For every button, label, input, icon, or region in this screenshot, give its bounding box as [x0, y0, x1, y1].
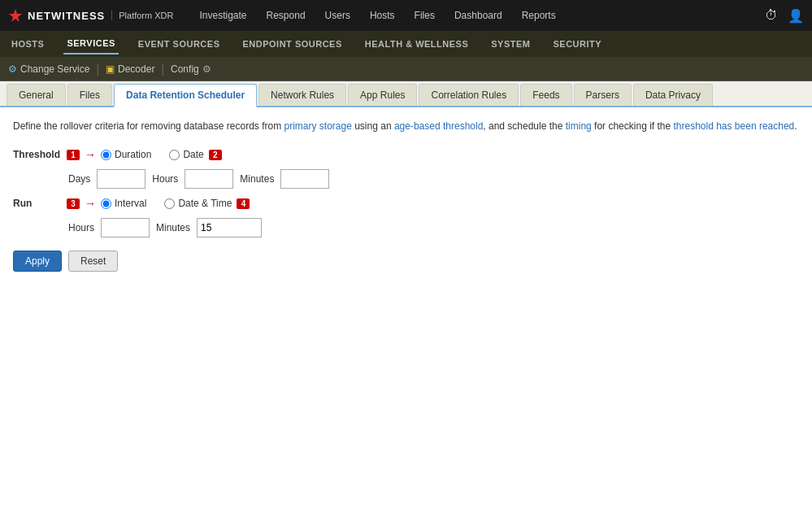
days-input[interactable]: [97, 169, 145, 189]
tab-app-rules[interactable]: App Rules: [348, 84, 417, 106]
threshold-arrow: →: [85, 148, 96, 161]
top-nav-icons: ⏱ 👤: [765, 8, 804, 24]
datetime-badge: 4: [237, 198, 250, 209]
svg-marker-0: [9, 9, 22, 22]
run-inputs-row: Hours Minutes: [68, 218, 799, 238]
hours-input[interactable]: [185, 169, 233, 189]
change-service-icon: ⚙: [8, 63, 17, 75]
datetime-radio[interactable]: [164, 198, 175, 209]
run-minutes-input[interactable]: [197, 218, 262, 238]
nav-users[interactable]: Users: [323, 7, 352, 24]
run-label: Run: [13, 198, 62, 209]
logo-text: NETWITNESS: [28, 10, 105, 22]
date-label-text: Date: [183, 149, 203, 160]
clock-icon[interactable]: ⏱: [765, 8, 778, 23]
config-gear-icon: ⚙: [202, 63, 211, 75]
tab-data-privacy[interactable]: Data Privacy: [633, 84, 713, 106]
run-row: Run 3 → Interval Date & Time 4: [13, 197, 799, 210]
run-badge: 3: [67, 198, 80, 209]
separator-2: |: [161, 63, 164, 76]
tab-data-retention-scheduler[interactable]: Data Retention Scheduler: [114, 84, 257, 107]
interval-radio-label[interactable]: Interval: [101, 198, 146, 209]
separator-1: |: [96, 63, 99, 76]
minutes-input[interactable]: [280, 169, 329, 189]
days-label: Days: [68, 173, 90, 185]
hours-label: Hours: [152, 173, 178, 185]
run-arrow: →: [85, 197, 96, 210]
content-area: Define the rollover criteria for removin…: [0, 107, 812, 283]
threshold-label: Threshold: [13, 149, 62, 160]
action-buttons: Apply Reset: [13, 251, 799, 272]
threshold-row: Threshold 1 → Duration Date 2: [13, 148, 799, 161]
tab-correlation-rules[interactable]: Correlation Rules: [419, 84, 519, 106]
config-item[interactable]: Config ⚙: [171, 63, 211, 75]
duration-inputs-row: Days Hours Minutes: [68, 169, 799, 189]
secondnav-health-wellness[interactable]: HEALTH & WELLNESS: [362, 34, 471, 54]
apply-button[interactable]: Apply: [13, 251, 62, 272]
secondnav-system[interactable]: SYSTEM: [488, 34, 533, 54]
minutes-label: Minutes: [240, 173, 274, 185]
change-service-button[interactable]: ⚙ Change Service: [8, 63, 89, 75]
change-service-label: Change Service: [20, 63, 89, 75]
top-nav: NETWITNESS Platform XDR Investigate Resp…: [0, 0, 812, 31]
interval-radio[interactable]: [101, 198, 111, 209]
run-minutes-label: Minutes: [156, 222, 190, 233]
run-hours-label: Hours: [68, 222, 94, 233]
tab-network-rules[interactable]: Network Rules: [258, 84, 346, 106]
description-text: Define the rollover criteria for removin…: [13, 119, 799, 133]
user-icon[interactable]: 👤: [788, 8, 804, 24]
run-hours-input[interactable]: [101, 218, 150, 238]
tab-bar: General Files Data Retention Scheduler N…: [0, 81, 812, 107]
secondnav-hosts[interactable]: HOSTS: [8, 34, 47, 54]
tab-feeds[interactable]: Feeds: [520, 84, 571, 106]
decoder-service[interactable]: ▣ Decoder: [106, 63, 154, 75]
duration-radio-label[interactable]: Duration: [101, 149, 151, 160]
second-nav: HOSTS SERVICES EVENT SOURCES ENDPOINT SO…: [0, 31, 812, 57]
service-bar: ⚙ Change Service | ▣ Decoder | Config ⚙: [0, 57, 812, 81]
secondnav-security[interactable]: SECURITY: [549, 34, 605, 54]
nav-reports[interactable]: Reports: [520, 7, 558, 24]
decoder-label: Decoder: [118, 63, 154, 75]
nav-investigate[interactable]: Investigate: [198, 7, 248, 24]
date-radio[interactable]: [169, 150, 180, 160]
interval-label-text: Interval: [115, 198, 146, 209]
datetime-label-text: Date & Time: [178, 198, 232, 209]
nav-hosts[interactable]: Hosts: [368, 7, 397, 24]
datetime-radio-label[interactable]: Date & Time: [164, 198, 232, 209]
date-radio-label[interactable]: Date: [169, 149, 203, 160]
logo-sub: Platform XDR: [111, 11, 173, 20]
nav-respond[interactable]: Respond: [265, 7, 307, 24]
reset-button[interactable]: Reset: [68, 251, 118, 272]
logo-area: NETWITNESS Platform XDR: [8, 8, 173, 23]
secondnav-event-sources[interactable]: EVENT SOURCES: [135, 34, 224, 54]
tab-parsers[interactable]: Parsers: [574, 84, 632, 106]
config-label: Config: [171, 63, 199, 75]
nav-files[interactable]: Files: [413, 7, 436, 24]
tab-general[interactable]: General: [7, 84, 66, 106]
duration-radio[interactable]: [101, 150, 111, 160]
date-badge: 2: [209, 150, 222, 160]
nav-dashboard[interactable]: Dashboard: [453, 7, 504, 24]
secondnav-services[interactable]: SERVICES: [63, 33, 118, 54]
tab-files[interactable]: Files: [67, 84, 112, 106]
secondnav-endpoint-sources[interactable]: ENDPOINT SOURCES: [239, 34, 345, 54]
threshold-badge: 1: [67, 150, 80, 160]
duration-label-text: Duration: [115, 149, 151, 160]
netwitness-logo-icon: [8, 8, 23, 23]
decoder-icon: ▣: [106, 63, 115, 75]
